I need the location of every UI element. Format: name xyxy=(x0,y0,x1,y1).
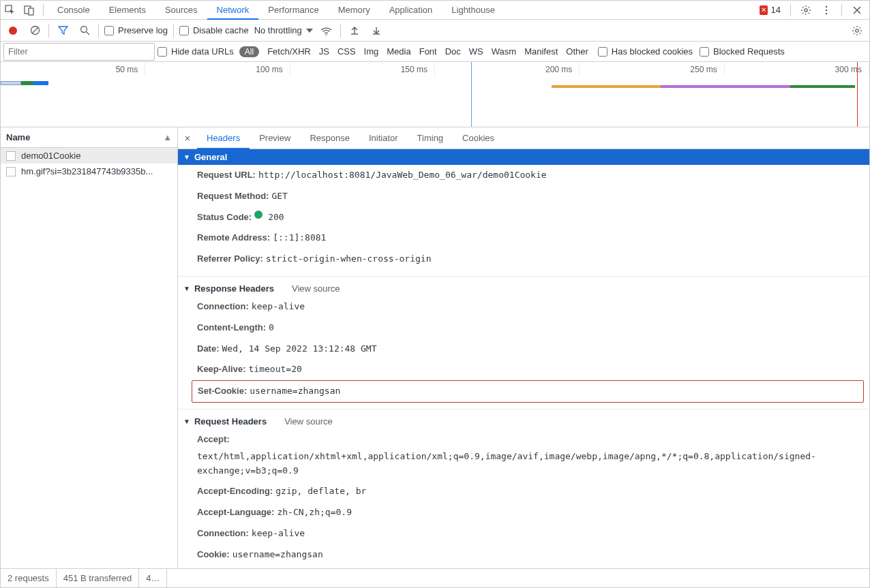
waterfall-bar xyxy=(1,81,21,85)
kebab-menu-icon[interactable] xyxy=(817,1,836,20)
detail-tab-initiator[interactable]: Initiator xyxy=(359,127,408,149)
blocked-cookies-label: Has blocked cookies xyxy=(612,46,693,57)
download-har-icon[interactable] xyxy=(368,22,385,39)
section-request-headers[interactable]: ▼ Request Headers View source xyxy=(178,414,869,429)
error-x-icon: ✕ xyxy=(760,5,768,15)
section-response-headers[interactable]: ▼ Response Headers View source xyxy=(178,281,869,296)
detail-tab-cookies[interactable]: Cookies xyxy=(453,127,504,149)
search-icon[interactable] xyxy=(76,22,93,39)
blocked-cookies-checkbox[interactable]: Has blocked cookies xyxy=(598,46,693,57)
filter-icon[interactable] xyxy=(55,22,71,39)
disable-cache-checkbox[interactable]: Disable cache xyxy=(179,25,249,35)
filter-media[interactable]: Media xyxy=(387,46,410,57)
filter-img[interactable]: Img xyxy=(364,46,379,57)
file-icon xyxy=(6,167,16,176)
network-toolbar: Preserve log Disable cache No throttling xyxy=(1,20,869,42)
request-row[interactable]: demo01Cookie xyxy=(1,148,177,164)
header-row: Date:Wed, 14 Sep 2022 13:12:48 GMT xyxy=(178,339,869,360)
filter-fetchxhr[interactable]: Fetch/XHR xyxy=(267,46,311,57)
tab-console[interactable]: Console xyxy=(48,1,100,20)
svg-point-3 xyxy=(805,8,807,11)
detail-tab-preview[interactable]: Preview xyxy=(250,127,300,149)
close-icon[interactable] xyxy=(847,1,867,20)
inspect-element-icon[interactable] xyxy=(1,1,20,20)
gear-icon[interactable] xyxy=(796,1,815,20)
request-row[interactable]: hm.gif?si=3b231847743b9335b... xyxy=(1,164,177,179)
detail-tab-headers[interactable]: Headers xyxy=(197,127,250,149)
name-column-header[interactable]: Name ▲ xyxy=(1,127,177,148)
tab-memory[interactable]: Memory xyxy=(329,1,380,20)
detail-tab-response[interactable]: Response xyxy=(300,127,359,149)
tab-network[interactable]: Network xyxy=(207,1,259,20)
waterfall-tick: 50 ms xyxy=(1,62,145,77)
svg-point-11 xyxy=(326,34,327,35)
section-general[interactable]: ▼ General xyxy=(178,149,869,165)
filter-input[interactable] xyxy=(3,43,155,61)
load-line xyxy=(857,62,858,127)
tab-elements[interactable]: Elements xyxy=(100,1,155,20)
filter-css[interactable]: CSS xyxy=(338,46,356,57)
tab-performance[interactable]: Performance xyxy=(258,1,328,20)
device-toggle-icon[interactable] xyxy=(20,1,39,20)
hide-data-urls-label: Hide data URLs xyxy=(171,46,234,57)
error-count-badge[interactable]: ✕ 14 xyxy=(755,5,785,15)
clear-icon[interactable] xyxy=(27,22,43,39)
panel-tabs: Console Elements Sources Network Perform… xyxy=(48,1,505,20)
header-row: Connection:keep-alive xyxy=(178,296,869,318)
record-button[interactable] xyxy=(5,22,21,39)
filter-manifest[interactable]: Manifest xyxy=(524,46,558,57)
waterfall-bars xyxy=(1,80,869,89)
tab-lighthouse[interactable]: Lighthouse xyxy=(442,1,505,20)
close-detail-icon[interactable]: × xyxy=(178,132,197,144)
blocked-requests-label: Blocked Requests xyxy=(713,46,785,57)
header-key: Status Code: xyxy=(197,211,252,225)
separator xyxy=(841,4,842,16)
filter-ws[interactable]: WS xyxy=(469,46,483,57)
filter-font[interactable]: Font xyxy=(419,46,437,57)
separator xyxy=(43,4,44,16)
header-row: Request Method:GET xyxy=(178,186,869,207)
svg-point-4 xyxy=(826,5,828,7)
tab-application[interactable]: Application xyxy=(380,1,442,20)
separator xyxy=(173,24,174,37)
headers-panel[interactable]: ▼ General Request URL:http://localhost:8… xyxy=(178,149,869,568)
disable-cache-label: Disable cache xyxy=(193,25,249,35)
view-source-link[interactable]: View source xyxy=(292,283,340,294)
waterfall-overview[interactable]: 50 ms 100 ms 150 ms 200 ms 250 ms 300 ms xyxy=(1,62,869,127)
filter-wasm[interactable]: Wasm xyxy=(492,46,516,57)
header-row: Accept-Encoding:gzip, deflate, br xyxy=(178,481,869,502)
header-value: strict-origin-when-cross-origin xyxy=(266,252,432,266)
header-value: http://localhost:8081/JavaWeb_Demo_06_wa… xyxy=(258,168,547,183)
detail-tab-timing[interactable]: Timing xyxy=(408,127,453,149)
blocked-requests-checkbox[interactable]: Blocked Requests xyxy=(700,46,785,57)
header-value: 200 xyxy=(268,211,284,225)
request-name: hm.gif?si=3b231847743b9335b... xyxy=(21,166,153,176)
status-transferred: 451 B transferred xyxy=(57,569,139,587)
preserve-log-checkbox[interactable]: Preserve log xyxy=(104,25,168,35)
header-value: username=zhangsan xyxy=(232,548,323,562)
filter-js[interactable]: JS xyxy=(319,46,329,57)
header-row: Set-Cookie:username=zhangsan xyxy=(192,380,864,403)
header-value: timeout=20 xyxy=(249,362,302,377)
view-source-link[interactable]: View source xyxy=(284,416,333,427)
sort-arrow-icon: ▲ xyxy=(163,127,172,148)
header-value: username=zhangsan xyxy=(250,384,340,399)
waterfall-tick: 250 ms xyxy=(580,62,724,77)
header-row: Accept-Language:zh-CN,zh;q=0.9 xyxy=(178,502,869,523)
panel-gear-icon[interactable] xyxy=(849,22,865,39)
throttling-select[interactable]: No throttling xyxy=(254,25,313,35)
preserve-log-label: Preserve log xyxy=(118,25,168,35)
svg-point-9 xyxy=(80,27,87,33)
header-key: Keep-Alive: xyxy=(197,362,246,377)
upload-har-icon[interactable] xyxy=(346,22,363,39)
waterfall-bar xyxy=(661,85,790,88)
filter-other[interactable]: Other xyxy=(566,46,588,57)
section-response-label: Response Headers xyxy=(194,283,274,294)
tab-sources[interactable]: Sources xyxy=(155,1,207,20)
network-conditions-icon[interactable] xyxy=(318,22,335,39)
header-value: GET xyxy=(271,189,287,204)
filter-all[interactable]: All xyxy=(239,46,259,57)
filter-doc[interactable]: Doc xyxy=(445,46,461,57)
hide-data-urls-checkbox[interactable]: Hide data URLs xyxy=(158,46,234,57)
status-dot-icon xyxy=(254,211,262,219)
